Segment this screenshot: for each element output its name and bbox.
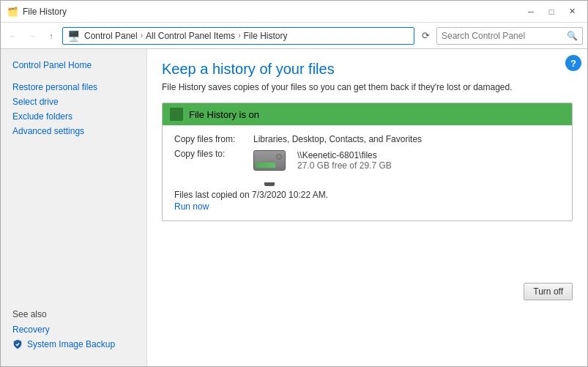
breadcrumb-sep1: › bbox=[141, 31, 143, 40]
window-controls: ─ □ ✕ bbox=[521, 4, 581, 19]
up-button[interactable]: ↑ bbox=[43, 28, 59, 44]
breadcrumb-sep2: › bbox=[238, 31, 240, 40]
shield-icon bbox=[12, 339, 23, 349]
content-area: ? Keep a history of your files File Hist… bbox=[147, 49, 587, 366]
help-button[interactable]: ? bbox=[565, 55, 581, 71]
status-indicator bbox=[170, 108, 183, 121]
back-button[interactable]: ← bbox=[5, 28, 21, 44]
status-header-text: File History is on bbox=[189, 109, 259, 120]
see-also-label: See also bbox=[1, 303, 146, 322]
drive-section: \\Keenetic-6801\files 27.0 GB free of 29… bbox=[253, 150, 392, 182]
window-title: File History bbox=[23, 7, 521, 17]
search-input[interactable] bbox=[442, 31, 564, 41]
sidebar-item-system-image-backup[interactable]: System Image Backup bbox=[1, 337, 146, 352]
minimize-button[interactable]: ─ bbox=[521, 4, 540, 19]
last-copied-text: Files last copied on 7/3/2020 10:22 AM. bbox=[174, 190, 560, 200]
sidebar-item-restore-personal-files[interactable]: Restore personal files bbox=[1, 80, 146, 94]
copy-to-label: Copy files to: bbox=[174, 149, 248, 182]
sidebar-item-select-drive[interactable]: Select drive bbox=[1, 94, 146, 109]
page-description: File History saves copies of your files … bbox=[162, 82, 573, 92]
copy-to-row: Copy files to: \\Keene bbox=[174, 149, 560, 182]
turn-off-button[interactable]: Turn off bbox=[524, 283, 573, 300]
refresh-button[interactable]: ⟳ bbox=[417, 28, 433, 44]
sidebar-item-recovery[interactable]: Recovery bbox=[1, 322, 146, 337]
copy-from-value: Libraries, Desktop, Contacts, and Favori… bbox=[253, 134, 422, 144]
forward-button[interactable]: → bbox=[24, 28, 40, 44]
status-body: Copy files from: Libraries, Desktop, Con… bbox=[163, 125, 572, 220]
window-icon: 🗂️ bbox=[7, 6, 18, 18]
close-button[interactable]: ✕ bbox=[562, 4, 581, 19]
breadcrumb: 🖥️ Control Panel › All Control Panel Ite… bbox=[67, 30, 287, 42]
title-bar: 🗂️ File History ─ □ ✕ bbox=[1, 1, 587, 23]
breadcrumb-part1: Control Panel bbox=[84, 31, 138, 41]
address-bar: ← → ↑ 🖥️ Control Panel › All Control Pan… bbox=[1, 23, 587, 49]
main-area: Control Panel Home Restore personal file… bbox=[1, 49, 587, 366]
breadcrumb-part3: File History bbox=[243, 31, 287, 41]
maximize-button[interactable]: □ bbox=[542, 4, 561, 19]
sidebar-item-advanced-settings[interactable]: Advanced settings bbox=[1, 124, 146, 138]
copy-from-row: Copy files from: Libraries, Desktop, Con… bbox=[174, 134, 560, 144]
drive-space: 27.0 GB free of 29.7 GB bbox=[297, 160, 392, 171]
sidebar-item-control-panel-home[interactable]: Control Panel Home bbox=[1, 58, 146, 73]
address-path[interactable]: 🖥️ Control Panel › All Control Panel Ite… bbox=[62, 27, 414, 45]
system-image-backup-label: System Image Backup bbox=[27, 339, 115, 349]
page-title: Keep a history of your files bbox=[162, 61, 573, 78]
window: 🗂️ File History ─ □ ✕ ← → ↑ 🖥️ Control P… bbox=[0, 0, 588, 367]
drive-path: \\Keenetic-6801\files bbox=[297, 150, 392, 160]
search-icon: 🔍 bbox=[567, 31, 578, 41]
sidebar-item-exclude-folders[interactable]: Exclude folders bbox=[1, 109, 146, 124]
breadcrumb-part2: All Control Panel Items bbox=[146, 31, 235, 41]
search-box: 🔍 bbox=[436, 27, 583, 45]
drive-info: \\Keenetic-6801\files 27.0 GB free of 29… bbox=[297, 150, 392, 171]
status-box: File History is on Copy files from: Libr… bbox=[162, 103, 573, 221]
sidebar: Control Panel Home Restore personal file… bbox=[1, 49, 147, 366]
status-header: File History is on bbox=[163, 103, 572, 125]
run-now-link[interactable]: Run now bbox=[174, 201, 560, 212]
copy-from-label: Copy files from: bbox=[174, 134, 248, 144]
drive-icon bbox=[253, 150, 289, 182]
